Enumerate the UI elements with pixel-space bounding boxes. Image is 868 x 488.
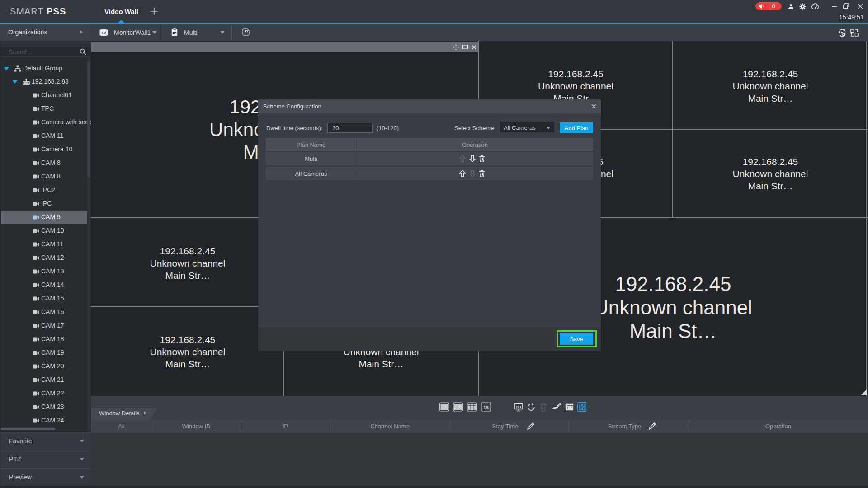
svg-text:TV: TV <box>101 31 106 35</box>
svg-text:on: on <box>516 404 521 409</box>
svg-text:16: 16 <box>483 405 489 410</box>
